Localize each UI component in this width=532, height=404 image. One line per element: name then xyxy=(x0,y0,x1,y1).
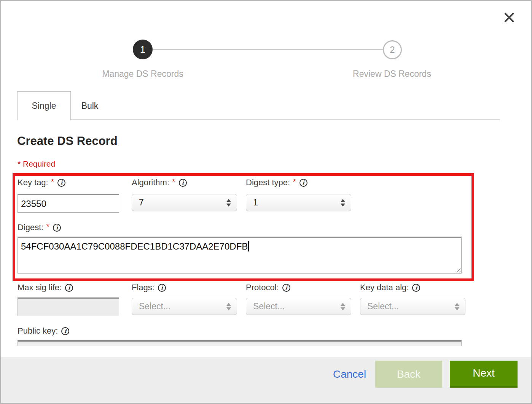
flags-select[interactable]: Select... xyxy=(132,298,237,315)
step-2-circle: 2 xyxy=(383,40,402,59)
cancel-button[interactable]: Cancel xyxy=(333,368,366,380)
back-button[interactable]: Back xyxy=(375,361,442,388)
tab-single[interactable]: Single xyxy=(17,91,71,120)
select-arrows-icon xyxy=(341,303,345,310)
step-2-label: Review DS Records xyxy=(331,69,453,79)
key-tag-label: Key tag: * i xyxy=(18,178,65,188)
key-data-alg-select[interactable]: Select... xyxy=(360,298,465,315)
max-sig-life-label: Max sig life: i xyxy=(18,283,73,293)
info-icon[interactable]: i xyxy=(57,179,65,187)
page-title: Create DS Record xyxy=(17,134,118,148)
protocol-select[interactable]: Select... xyxy=(246,298,351,315)
required-note: * Required xyxy=(18,159,55,169)
digest-label: Digest: * i xyxy=(18,223,61,232)
required-asterisk: * xyxy=(46,222,49,232)
info-icon[interactable]: i xyxy=(65,284,73,292)
info-icon[interactable]: i xyxy=(158,284,166,292)
protocol-label: Protocol: i xyxy=(246,283,290,293)
key-tag-input[interactable] xyxy=(18,194,119,213)
stepper-connector xyxy=(153,49,383,50)
step-1-circle: 1 xyxy=(133,40,153,59)
select-arrows-icon xyxy=(226,303,231,310)
max-sig-life-input xyxy=(18,297,119,316)
create-ds-record-modal: 1 2 Manage DS Records Review DS Records … xyxy=(0,0,532,404)
algorithm-select[interactable]: 7 xyxy=(132,194,237,211)
key-data-alg-label: Key data alg: i xyxy=(360,283,420,293)
modal-footer: Cancel Back Next xyxy=(1,357,531,403)
required-asterisk: * xyxy=(51,177,54,187)
tab-bulk[interactable]: Bulk xyxy=(71,92,109,119)
required-asterisk: * xyxy=(172,177,175,187)
flags-label: Flags: i xyxy=(132,283,166,293)
info-icon[interactable]: i xyxy=(61,327,69,335)
digest-type-label: Digest type: * i xyxy=(246,178,307,188)
algorithm-label: Algorithm: * i xyxy=(132,178,187,188)
next-button[interactable]: Next xyxy=(450,361,518,388)
digest-type-select[interactable]: 1 xyxy=(246,194,351,211)
resize-grip-icon[interactable] xyxy=(455,267,460,272)
close-icon xyxy=(503,12,515,23)
tab-bottom-border xyxy=(17,119,500,120)
info-icon[interactable]: i xyxy=(299,179,307,187)
public-key-textarea xyxy=(18,340,462,346)
info-icon[interactable]: i xyxy=(412,284,420,292)
select-arrows-icon xyxy=(455,303,459,310)
select-arrows-icon xyxy=(226,199,231,207)
step-1-label: Manage DS Records xyxy=(82,69,204,79)
close-button[interactable] xyxy=(503,12,515,23)
info-icon[interactable]: i xyxy=(179,179,187,187)
text-cursor xyxy=(248,241,249,251)
required-asterisk: * xyxy=(293,177,296,187)
info-icon[interactable]: i xyxy=(282,284,290,292)
public-key-label: Public key: i xyxy=(18,326,69,336)
select-arrows-icon xyxy=(341,199,345,207)
info-icon[interactable]: i xyxy=(53,224,61,232)
digest-textarea[interactable]: 54FCF030AA1C79C0088FDEC1BD1C37DAA2E70DFB xyxy=(18,237,462,274)
